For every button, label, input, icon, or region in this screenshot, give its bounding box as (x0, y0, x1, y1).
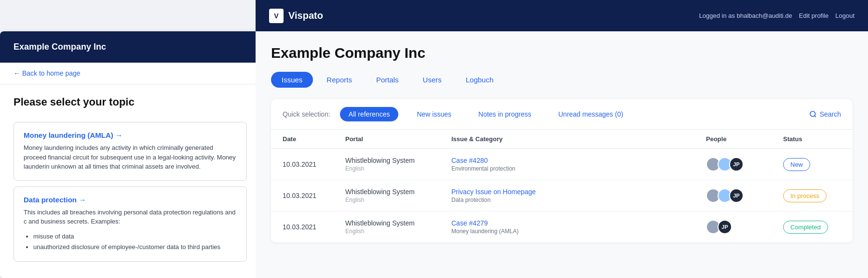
topic-card-money-laundering[interactable]: Money laundering (AMLA) → Money launderi… (14, 122, 247, 181)
quick-selection-label: Quick selection: (283, 110, 330, 118)
logo: V Vispato (269, 9, 323, 23)
topic-title-data-protection: Data protection → (24, 196, 237, 204)
tab-bar: Issues Reports Portals Users Logbuch (271, 72, 853, 88)
row3-portal-name: Whistleblowing System (345, 219, 451, 227)
row1-avatar-group: JP (706, 157, 744, 172)
row1-issue-link[interactable]: Case #4280 (451, 157, 706, 164)
quick-selection-bar: Quick selection: All references New issu… (271, 99, 853, 130)
main-panel: Example Company Inc Issues Reports Porta… (256, 31, 868, 278)
tab-reports[interactable]: Reports (316, 72, 363, 88)
logged-in-text: Logged in as bhalbach@auditi.de (699, 12, 792, 19)
tab-logbuch[interactable]: Logbuch (455, 72, 504, 88)
logout-link[interactable]: Logout (835, 12, 854, 19)
left-panel-company-name: Example Company Inc (14, 42, 106, 52)
search-label: Search (820, 110, 841, 118)
row3-status: Completed (783, 221, 841, 234)
row2-status: In process (783, 189, 841, 202)
topic-list-item: misuse of data (33, 231, 237, 242)
table-row: 10.03.2021 Whistleblowing System English… (271, 180, 853, 212)
row3-portal: Whistleblowing System English (345, 219, 451, 235)
row1-people: JP (706, 157, 783, 172)
left-panel-header: Example Company Inc (0, 31, 260, 63)
avatar: JP (729, 188, 744, 203)
back-link-text: ← Back to home page (14, 69, 81, 77)
row2-issue-cat: Data protection (451, 197, 706, 203)
row2-issue: Privacy Issue on Homepage Data protectio… (451, 188, 706, 203)
qs-btn-unread-messages[interactable]: Unread messages (0) (550, 107, 632, 121)
th-people: People (706, 135, 783, 143)
left-panel: Example Company Inc ← Back to home page … (0, 31, 260, 278)
tab-issues[interactable]: Issues (271, 72, 313, 88)
row1-portal-lang: English (345, 165, 451, 172)
row1-date: 10.03.2021 (283, 160, 345, 168)
table-header: Date Portal Issue & Category People Stat… (271, 130, 853, 149)
row3-people: JP (706, 220, 783, 234)
row3-date: 10.03.2021 (283, 223, 345, 231)
row1-status: New (783, 158, 841, 171)
qs-btn-all-references[interactable]: All references (340, 107, 399, 121)
row3-issue-cat: Money laundering (AMLA) (451, 228, 706, 235)
status-badge-inprocess: In process (783, 189, 827, 202)
tab-portals[interactable]: Portals (366, 72, 409, 88)
avatar: JP (718, 220, 732, 234)
qs-btn-new-issues[interactable]: New issues (408, 107, 460, 121)
table-row: 10.03.2021 Whistleblowing System English… (271, 212, 853, 242)
tab-users[interactable]: Users (412, 72, 452, 88)
row3-issue: Case #4279 Money laundering (AMLA) (451, 219, 706, 235)
svg-line-1 (814, 116, 816, 117)
topic-desc-data-protection: This includes all breaches involving per… (24, 208, 237, 226)
avatar: JP (729, 157, 744, 172)
row2-portal-lang: English (345, 197, 451, 203)
qs-btn-notes-in-progress[interactable]: Notes in progress (470, 107, 540, 121)
row3-portal-lang: English (345, 228, 451, 235)
svg-point-0 (810, 111, 815, 117)
select-topic-heading: Please select your topic (0, 84, 260, 116)
topnav-right: Logged in as bhalbach@auditi.de Edit pro… (699, 12, 854, 19)
table-row: 10.03.2021 Whistleblowing System English… (271, 149, 853, 180)
th-portal: Portal (345, 135, 451, 143)
row1-issue: Case #4280 Environmental protection (451, 157, 706, 172)
search-icon (809, 110, 817, 118)
topic-desc-money-laundering: Money laundering includes any activity i… (24, 143, 237, 172)
th-date: Date (283, 135, 345, 143)
logo-icon: V (269, 9, 284, 23)
logo-text: Vispato (288, 10, 323, 21)
topic-list-item: unauthorized disclosure of employee-/cus… (33, 242, 237, 252)
status-badge-completed: Completed (783, 221, 828, 234)
row2-people: JP (706, 188, 783, 203)
row2-date: 10.03.2021 (283, 192, 345, 199)
th-issue-category: Issue & Category (451, 135, 706, 143)
topic-list-data-protection: misuse of data unauthorized disclosure o… (24, 231, 237, 252)
status-badge-new: New (783, 158, 810, 171)
back-link[interactable]: ← Back to home page (0, 63, 260, 84)
edit-profile-link[interactable]: Edit profile (799, 12, 828, 19)
row3-avatar-group: JP (706, 220, 732, 234)
row2-portal: Whistleblowing System English (345, 188, 451, 203)
row1-portal: Whistleblowing System English (345, 157, 451, 172)
main-title: Example Company Inc (271, 45, 853, 61)
search-button[interactable]: Search (809, 110, 841, 118)
row3-issue-link[interactable]: Case #4279 (451, 219, 706, 227)
row2-issue-link[interactable]: Privacy Issue on Homepage (451, 188, 706, 196)
row2-portal-name: Whistleblowing System (345, 188, 451, 196)
content-card: Quick selection: All references New issu… (271, 99, 853, 242)
th-status: Status (783, 135, 841, 143)
topic-card-data-protection[interactable]: Data protection → This includes all brea… (14, 186, 247, 262)
row1-portal-name: Whistleblowing System (345, 157, 451, 164)
row2-avatar-group: JP (706, 188, 744, 203)
row1-issue-cat: Environmental protection (451, 165, 706, 172)
topic-title-money-laundering: Money laundering (AMLA) → (24, 131, 237, 139)
topnav: V Vispato Logged in as bhalbach@auditi.d… (256, 0, 868, 31)
